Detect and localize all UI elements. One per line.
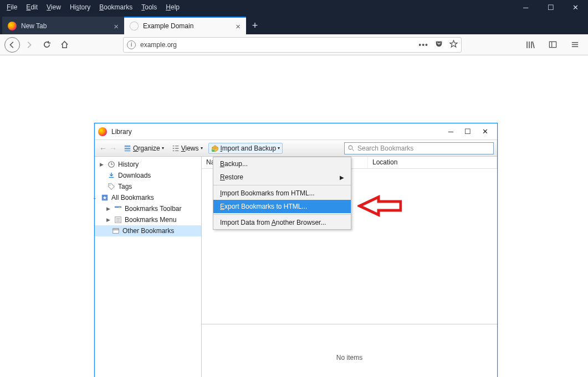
library-minimize-button[interactable]: ─ bbox=[448, 127, 453, 136]
annotation-arrow bbox=[357, 195, 402, 219]
sidebar-label: Tags bbox=[118, 183, 132, 190]
menu-history[interactable]: History bbox=[65, 1, 95, 13]
home-icon bbox=[60, 40, 69, 49]
library-button[interactable] bbox=[521, 36, 539, 54]
menu-item-backup[interactable]: Backup... bbox=[213, 157, 351, 171]
menu-bookmarks[interactable]: Bookmarks bbox=[95, 1, 137, 13]
sidebar-item-bookmarks-toolbar[interactable]: ▶ Bookmarks Toolbar bbox=[95, 203, 201, 214]
bookmarks-toolbar-icon bbox=[114, 204, 122, 213]
search-icon bbox=[348, 145, 355, 152]
tab-example-domain[interactable]: Example Domain × bbox=[124, 17, 246, 34]
other-bookmarks-icon bbox=[111, 226, 120, 235]
import-backup-button[interactable]: Import and Backup▾ bbox=[208, 143, 283, 154]
menu-edit[interactable]: Edit bbox=[22, 1, 42, 13]
firefox-logo-icon bbox=[8, 22, 17, 30]
svg-point-6 bbox=[349, 146, 352, 149]
search-placeholder: Search Bookmarks bbox=[357, 144, 413, 152]
hamburger-icon bbox=[571, 40, 579, 49]
library-back-button[interactable]: ← bbox=[98, 144, 108, 153]
svg-point-5 bbox=[211, 148, 214, 151]
sidebar-item-other-bookmarks[interactable]: Other Bookmarks bbox=[95, 225, 201, 236]
column-location[interactable]: Location bbox=[368, 157, 497, 168]
menu-file[interactable]: File bbox=[2, 1, 22, 13]
library-window: Library ─ ☐ ✕ ← → Organize▾ Views▾ bbox=[94, 123, 498, 377]
menu-tools[interactable]: Tools bbox=[137, 1, 161, 13]
sidebar-label: Bookmarks Menu bbox=[125, 216, 176, 224]
window-close-button[interactable]: ✕ bbox=[563, 0, 588, 14]
svg-rect-2 bbox=[125, 145, 131, 147]
arrow-right-icon bbox=[25, 41, 33, 49]
tab-close-button[interactable]: × bbox=[236, 22, 241, 31]
views-icon bbox=[172, 144, 180, 152]
clock-icon bbox=[107, 160, 116, 169]
menu-item-import-html[interactable]: Import Bookmarks from HTML... bbox=[213, 187, 351, 200]
forward-button bbox=[20, 36, 38, 54]
svg-rect-0 bbox=[549, 42, 556, 47]
new-tab-button[interactable]: + bbox=[246, 17, 264, 34]
views-button[interactable]: Views▾ bbox=[170, 143, 205, 153]
import-backup-menu: Backup... Restore ▶ Import Bookmarks fro… bbox=[213, 157, 351, 230]
sidebar-item-all-bookmarks[interactable]: ⌄ All Bookmarks bbox=[88, 192, 201, 203]
sidebar-item-history[interactable]: ▶ History bbox=[95, 159, 201, 170]
menu-view[interactable]: View bbox=[42, 1, 65, 13]
library-titlebar[interactable]: Library ─ ☐ ✕ bbox=[95, 123, 497, 140]
library-maximize-button[interactable]: ☐ bbox=[464, 127, 471, 136]
menu-label: Export Bookmarks to HTML... bbox=[220, 203, 307, 210]
firefox-logo-icon bbox=[98, 127, 107, 136]
menu-item-restore[interactable]: Restore ▶ bbox=[213, 171, 351, 184]
no-items-label: No items bbox=[336, 354, 362, 361]
site-info-icon[interactable]: i bbox=[127, 40, 136, 49]
tab-close-button[interactable]: × bbox=[114, 22, 119, 31]
sidebar-label: Other Bookmarks bbox=[122, 227, 174, 235]
home-button[interactable] bbox=[55, 36, 73, 54]
red-arrow-icon bbox=[357, 195, 402, 217]
url-bar[interactable]: i example.org ••• bbox=[123, 37, 462, 53]
menu-label: Import Data from Another Browser... bbox=[220, 219, 326, 226]
organize-icon bbox=[124, 144, 131, 152]
reload-icon bbox=[43, 40, 51, 49]
sidebar-button[interactable] bbox=[544, 36, 561, 54]
import-backup-icon bbox=[211, 144, 219, 152]
back-button[interactable] bbox=[4, 37, 20, 53]
library-close-button[interactable]: ✕ bbox=[482, 127, 488, 136]
page-actions-icon[interactable]: ••• bbox=[418, 40, 428, 49]
svg-rect-11 bbox=[115, 206, 121, 208]
sidebar-item-downloads[interactable]: Downloads bbox=[95, 170, 201, 181]
tag-icon bbox=[107, 182, 116, 191]
submenu-arrow-icon: ▶ bbox=[340, 174, 344, 180]
download-icon bbox=[107, 171, 116, 180]
menu-label: Backup... bbox=[220, 160, 248, 168]
library-search-input[interactable]: Search Bookmarks bbox=[344, 142, 494, 154]
library-title: Library bbox=[111, 128, 132, 136]
library-toolbar: ← → Organize▾ Views▾ Import and Backup▾ … bbox=[95, 140, 497, 157]
tab-strip: New Tab × Example Domain × + bbox=[0, 14, 588, 34]
menu-bar: File Edit View History Bookmarks Tools H… bbox=[0, 0, 588, 14]
library-sidebar: ▶ History Downloads Tags ⌄ All bbox=[95, 157, 202, 377]
menu-separator bbox=[213, 214, 351, 215]
navigation-toolbar: i example.org ••• bbox=[0, 34, 588, 55]
sidebar-label: All Bookmarks bbox=[111, 194, 154, 202]
svg-point-9 bbox=[110, 185, 111, 186]
globe-icon bbox=[130, 22, 139, 30]
library-detail: No items bbox=[202, 324, 497, 377]
menu-item-export-html[interactable]: Export Bookmarks to HTML... bbox=[213, 200, 351, 213]
window-minimize-button[interactable]: ─ bbox=[513, 0, 538, 14]
menu-separator bbox=[213, 185, 351, 185]
sidebar-item-bookmarks-menu[interactable]: ▶ Bookmarks Menu bbox=[95, 214, 201, 225]
menu-item-import-other-browser[interactable]: Import Data from Another Browser... bbox=[213, 216, 351, 229]
sidebar-icon bbox=[549, 40, 557, 49]
bookmarks-menu-icon bbox=[114, 215, 122, 224]
reload-button[interactable] bbox=[38, 36, 55, 54]
menu-help[interactable]: Help bbox=[161, 1, 184, 13]
pocket-icon[interactable] bbox=[435, 40, 443, 49]
url-text: example.org bbox=[140, 41, 177, 49]
window-maximize-button[interactable]: ☐ bbox=[538, 0, 563, 14]
tab-new-tab[interactable]: New Tab × bbox=[2, 17, 124, 34]
page-content: Library ─ ☐ ✕ ← → Organize▾ Views▾ bbox=[0, 55, 588, 377]
organize-button[interactable]: Organize▾ bbox=[121, 143, 166, 153]
bookmark-star-icon[interactable] bbox=[449, 40, 458, 50]
app-menu-button[interactable] bbox=[566, 36, 584, 54]
library-forward-button[interactable]: → bbox=[108, 144, 118, 153]
menu-label: Import Bookmarks from HTML... bbox=[220, 189, 315, 197]
sidebar-item-tags[interactable]: Tags bbox=[95, 181, 201, 192]
